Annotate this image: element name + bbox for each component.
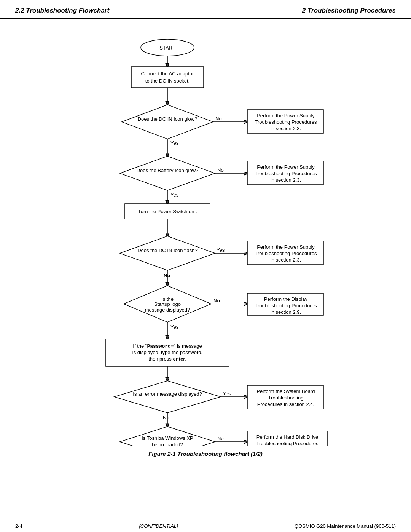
display-line1: Perform the Display: [264, 296, 308, 302]
page-header: 2.2 Troubleshooting Flowchart 2 Troubles…: [0, 0, 411, 19]
svg-marker-4: [122, 105, 213, 139]
hdd-line2: Troubleshooting Procedures: [256, 441, 319, 446]
pwd-line2: is displayed, type the password,: [132, 350, 202, 355]
connect-ac-line1: Connect the AC adaptor: [141, 71, 194, 77]
winxp-line2: being loaded?: [152, 442, 183, 446]
svg-marker-14: [120, 236, 215, 270]
ps1-line2: Troubleshooting Procedures: [255, 119, 317, 125]
figure-caption: Figure 2-1 Troubleshooting flowchart (1/…: [148, 451, 263, 457]
ps3-line1: Perform the Power Supply: [257, 244, 315, 250]
startup-no-label: No: [213, 298, 220, 304]
flowchart-svg: text { font-family: Arial, sans-serif; f…: [34, 27, 377, 446]
ps2-line3: in section 2.3.: [271, 177, 301, 183]
start-label: START: [159, 45, 175, 51]
pwd-line1: If the "Password=" is message: [133, 343, 202, 349]
dc-in-yes-label: Yes: [170, 140, 179, 146]
ps1-line1: Perform the Power Supply: [257, 113, 315, 118]
sysboard-line1: Perform the System Board: [256, 388, 315, 394]
ps3-line3: in section 2.3.: [271, 257, 301, 263]
error-yes-label: Yes: [223, 391, 231, 396]
ps2-line1: Perform the Power Supply: [257, 164, 315, 170]
dc-in-glow-line1: Does the DC IN Icon glow?: [138, 116, 198, 122]
display-line3: in section 2.9.: [271, 309, 301, 315]
header-right: 2 Troubleshooting Procedures: [302, 7, 396, 14]
dc-flash-no-label: No: [164, 273, 170, 278]
startup-line3: message displayed?: [145, 307, 190, 313]
error-no-label: No: [163, 415, 169, 420]
startup-yes-label: Yes: [170, 324, 179, 330]
svg-rect-2: [131, 67, 204, 88]
battery-no-label: No: [217, 167, 224, 173]
dc-flash-yes-label: Yes: [217, 247, 225, 253]
footer-right: QOSMIO G20 Maintenance Manual (960-511): [295, 523, 396, 529]
power-switch-label: Turn the Power Switch on .: [138, 209, 197, 214]
startup-line2: Startup logo: [154, 301, 181, 307]
flowchart-container: text { font-family: Arial, sans-serif; f…: [34, 27, 377, 447]
ps3-line2: Troubleshooting Procedures: [255, 251, 317, 256]
battery-yes-label: Yes: [170, 192, 179, 198]
svg-marker-24: [114, 381, 221, 413]
dc-in-flash-label: Does the DC IN Icon flash?: [137, 248, 198, 253]
pwd-line3: then press enter.: [148, 356, 186, 362]
footer-left: 2-4: [15, 523, 22, 529]
sysboard-line3: Procedures in section 2.4.: [257, 401, 314, 407]
error-label: Is an error message displayed?: [133, 391, 202, 397]
footer-center: [CONFIDENTIAL]: [139, 523, 178, 529]
sysboard-line2: Troubleshooting: [268, 395, 304, 401]
main-content: text { font-family: Arial, sans-serif; f…: [0, 19, 411, 465]
winxp-line1: Is Toshiba Windows XP: [142, 435, 193, 441]
ps1-line3: in section 2.3.: [271, 126, 301, 131]
display-line2: Troubleshooting Procedures: [255, 303, 317, 308]
winxp-no-label: No: [217, 436, 224, 441]
hdd-line1: Perform the Hard Disk Drive: [256, 434, 319, 440]
battery-glow-label: Does the Battery Icon glow?: [137, 168, 199, 173]
svg-marker-8: [120, 156, 215, 190]
connect-ac-line2: to the DC IN socket.: [145, 78, 190, 84]
page-footer: 2-4 [CONFIDENTIAL] QOSMIO G20 Maintenanc…: [0, 520, 411, 532]
dc-in-no-label: No: [215, 116, 222, 121]
ps2-line2: Troubleshooting Procedures: [255, 171, 317, 176]
header-left: 2.2 Troubleshooting Flowchart: [15, 7, 109, 14]
